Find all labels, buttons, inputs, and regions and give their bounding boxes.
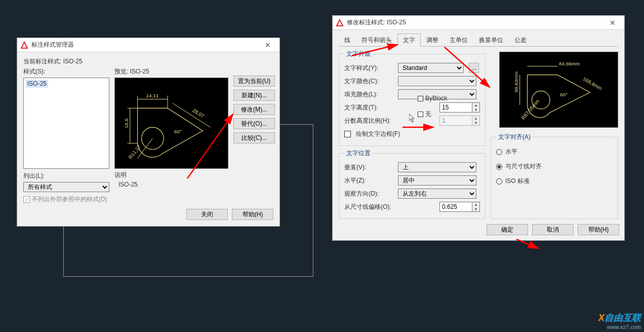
tab-tol[interactable]: 公差 (509, 33, 532, 47)
modify-button[interactable]: 修改(M)... (233, 104, 275, 115)
spin-down-icon: ▼ (472, 121, 479, 125)
svg-text:60°: 60° (174, 129, 182, 134)
app-icon (20, 41, 28, 49)
preview-pane: 14,11 16,6 28,07 60° R11,17 (114, 78, 228, 169)
svg-text:R11,17: R11,17 (128, 143, 142, 160)
tab-primary[interactable]: 主单位 (444, 33, 473, 47)
text-style-label: 文字样式(Y): (344, 64, 395, 72)
styles-listbox[interactable]: ISO-25 (23, 78, 109, 169)
text-appearance-group: 文字外观 文字样式(Y): Standard ... 文字颜色(C): 填充颜色… (339, 50, 486, 146)
dialog1-title: 标注样式管理器 (31, 41, 259, 49)
viewdir-label: 观察方向(D): (344, 190, 395, 198)
ok-button[interactable]: 确定 (487, 224, 528, 235)
svg-text:14,11: 14,11 (146, 93, 158, 98)
dialog2-title: 修改标注样式: ISO-25 (347, 18, 604, 27)
text-frame-checkbox[interactable]: 绘制文字边框(F) (344, 127, 480, 140)
radio-icon[interactable] (496, 178, 502, 185)
text-height-spinner[interactable]: ▲▼ (439, 102, 480, 113)
text-frame-label: 绘制文字边框(F) (356, 130, 400, 138)
tab-symbol[interactable]: 符号和箭头 (356, 33, 397, 47)
svg-text:28,07: 28,07 (192, 107, 206, 119)
dialog2-titlebar[interactable]: 修改标注样式: ISO-25 ✕ (333, 16, 624, 30)
tab-text[interactable]: 文字 (397, 33, 421, 47)
vertical-label: 垂直(V): (344, 163, 395, 172)
check-icon: ✓ (23, 196, 30, 203)
fill-color-select[interactable] (398, 89, 476, 99)
text-placement-group: 文字位置 垂直(V): 上 水平(Z): 居中 观察方向(D): 从左到右 从 (339, 149, 486, 219)
fill-color-label: 填充颜色(L): (344, 90, 395, 99)
horizontal-label: 水平(Z): (344, 176, 395, 185)
checkbox-icon[interactable] (344, 131, 351, 137)
text-height-input[interactable] (439, 102, 472, 113)
help-button[interactable]: 帮助(H) (232, 209, 273, 220)
compare-button[interactable]: 比较(C)... (233, 132, 275, 143)
frac-height-input (439, 116, 472, 126)
text-color-select[interactable] (398, 76, 476, 86)
svg-text:99,63mm: 99,63mm (513, 71, 519, 92)
ext-ref-label: 不列出外部参照中的样式(D) (32, 195, 107, 204)
spin-down-icon[interactable]: ▼ (472, 107, 479, 112)
styles-label: 样式(S): (23, 67, 109, 76)
ext-ref-checkbox: ✓ 不列出外部参照中的样式(D) (23, 195, 109, 204)
cancel-button[interactable]: 取消 (532, 224, 574, 235)
close-icon[interactable]: ✕ (259, 41, 276, 49)
svg-text:16,6: 16,6 (124, 118, 129, 128)
spin-up-icon: ▲ (472, 116, 479, 121)
svg-text:84,66mm: 84,66mm (559, 61, 580, 66)
spin-up-icon[interactable]: ▲ (472, 202, 479, 207)
tab-line[interactable]: 线 (339, 33, 356, 47)
radio-icon[interactable] (496, 149, 502, 155)
svg-text:168,4mm: 168,4mm (582, 76, 603, 91)
horizontal-select[interactable]: 居中 (398, 175, 476, 186)
spin-down-icon[interactable]: ▼ (472, 207, 479, 211)
align-opt2-label: 与尺寸线对齐 (505, 162, 542, 171)
tab-alt[interactable]: 换算单位 (473, 33, 509, 47)
close-button[interactable]: 关闭 (186, 209, 228, 220)
dimension-style-manager-dialog: 标注样式管理器 ✕ 当前标注样式: ISO-25 样式(S): ISO-25 列… (17, 38, 280, 227)
dialog1-titlebar[interactable]: 标注样式管理器 ✕ (17, 38, 279, 52)
listout-select[interactable]: 所有样式 (23, 182, 109, 192)
text-height-label: 文字高度(T): (344, 103, 395, 112)
radio-icon[interactable] (496, 164, 502, 170)
viewdir-select[interactable]: 从左到右 (398, 189, 476, 199)
tab-fit[interactable]: 调整 (421, 33, 444, 47)
align-horizontal-radio[interactable]: 水平 (496, 144, 613, 159)
text-color-label: 文字颜色(C): (344, 77, 395, 86)
override-button[interactable]: 替代(O)... (233, 118, 275, 129)
desc-value: ISO-25 (114, 181, 228, 188)
text-style-browse-button[interactable]: ... (469, 63, 479, 73)
help-button[interactable]: 帮助(H) (578, 224, 619, 235)
placement-legend: 文字位置 (344, 149, 373, 158)
watermark: X自由互联 www.xz7.com (598, 312, 641, 330)
frac-height-label: 分数高度比例(H): (344, 117, 405, 125)
align-legend: 文字对齐(A) (496, 133, 533, 141)
text-style-select[interactable]: Standard (398, 63, 464, 73)
align-iso-radio[interactable]: ISO 标准 (496, 174, 613, 189)
offset-spinner[interactable]: ▲▼ (439, 202, 480, 212)
modify-dim-style-dialog: 修改标注样式: ISO-25 ✕ 线 符号和箭头 文字 调整 主单位 换算单位 … (332, 15, 625, 241)
frac-height-spinner: ▲▼ (439, 116, 480, 126)
current-style-label: 当前标注样式: ISO-25 (23, 57, 273, 66)
set-current-button[interactable]: 置为当前(U) (233, 76, 275, 87)
align-opt3-label: ISO 标准 (505, 177, 530, 186)
offset-input[interactable] (439, 202, 472, 212)
align-opt1-label: 水平 (505, 147, 517, 156)
offset-label: 从尺寸线偏移(O): (344, 203, 410, 211)
vertical-select[interactable]: 上 (398, 162, 476, 172)
list-item[interactable]: ISO-25 (26, 80, 48, 88)
new-button[interactable]: 新建(N)... (233, 90, 275, 101)
spin-up-icon[interactable]: ▲ (472, 103, 479, 107)
tab-bar: 线 符号和箭头 文字 调整 主单位 换算单位 公差 (339, 33, 618, 47)
svg-text:60°: 60° (560, 92, 568, 97)
close-icon[interactable]: ✕ (604, 19, 621, 27)
preview-label: 预览: ISO-25 (114, 67, 228, 76)
desc-label: 说明 (114, 171, 228, 179)
align-dimline-radio[interactable]: 与尺寸线对齐 (496, 159, 613, 174)
text-align-group: 文字对齐(A) 水平 与尺寸线对齐 ISO 标准 (491, 133, 618, 219)
app-icon (336, 19, 344, 27)
preview-pane: 84,66mm 99,63mm 168,4mm 60° R67,05mm (499, 52, 618, 128)
appearance-legend: 文字外观 (344, 50, 373, 58)
listout-label: 列出(L): (23, 172, 109, 180)
